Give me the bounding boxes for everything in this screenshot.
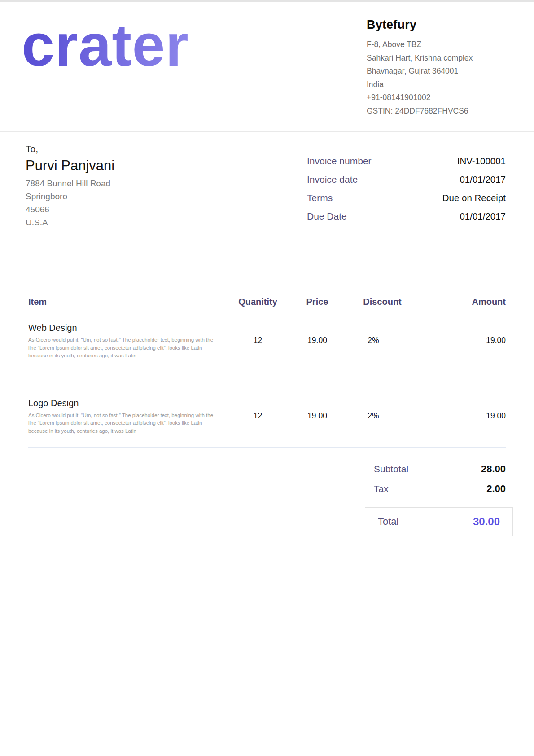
column-header-amount: Amount: [420, 297, 506, 307]
column-header-discount: Discount: [344, 297, 420, 307]
company-address-line: Bhavnagar, Gujrat 364001: [367, 65, 506, 78]
items-table: Item Quanitity Price Discount Amount Web…: [28, 297, 506, 435]
due-date-value: 01/01/2017: [460, 211, 506, 222]
totals-section: Subtotal 28.00 Tax 2.00 Total 30.00: [0, 463, 534, 536]
item-amount: 19.00: [420, 360, 506, 435]
company-gstin: GSTIN: 24DDF7682FHVCS6: [367, 105, 506, 118]
customer-address-line: Springboro: [26, 190, 114, 203]
invoice-header: crater Bytefury F-8, Above TBZ Sahkari H…: [0, 2, 534, 132]
to-label: To,: [26, 142, 114, 156]
item-discount: 2%: [344, 307, 420, 360]
company-address-line: Sahkari Hart, Krishna complex: [367, 52, 506, 65]
customer-address-line: 45066: [26, 203, 114, 216]
item-price: 19.00: [290, 307, 344, 360]
tax-label: Tax: [374, 483, 389, 494]
bill-to-block: To, Purvi Panjvani 7884 Bunnel Hill Road…: [26, 142, 114, 229]
items-section: Item Quanitity Price Discount Amount Web…: [0, 297, 534, 448]
invoice-meta: Invoice number INV-100001 Invoice date 0…: [307, 156, 506, 229]
subtotal-label: Subtotal: [374, 464, 408, 475]
item-name: Logo Design: [28, 397, 225, 409]
customer-address-line: U.S.A: [26, 216, 114, 229]
terms-label: Terms: [307, 193, 333, 203]
subtotal-row: Subtotal 28.00: [374, 463, 506, 475]
item-quantity: 12: [225, 307, 290, 360]
item-quantity: 12: [225, 360, 290, 435]
item-row: Logo Design As Cicero would put it, “Um,…: [28, 360, 506, 435]
customer-address-line: 7884 Bunnel Hill Road: [26, 177, 114, 190]
total-box: Total 30.00: [365, 507, 513, 536]
billing-section: To, Purvi Panjvani 7884 Bunnel Hill Road…: [0, 142, 534, 229]
company-info: Bytefury F-8, Above TBZ Sahkari Hart, Kr…: [367, 18, 506, 118]
company-name: Bytefury: [367, 18, 506, 32]
tax-value: 2.00: [486, 483, 506, 495]
item-description: As Cicero would put it, “Um, not so fast…: [28, 336, 220, 360]
totals-rows: Subtotal 28.00 Tax 2.00: [374, 463, 506, 495]
terms-value: Due on Receipt: [442, 193, 506, 203]
table-divider: [28, 447, 506, 448]
invoice-page: crater Bytefury F-8, Above TBZ Sahkari H…: [0, 0, 534, 756]
items-header-row: Item Quanitity Price Discount Amount: [28, 297, 506, 307]
item-amount: 19.00: [420, 307, 506, 360]
subtotal-value: 28.00: [481, 463, 506, 475]
invoice-number-value: INV-100001: [457, 156, 506, 167]
crater-logo: crater: [22, 8, 189, 82]
company-phone: +91-08141901002: [367, 91, 506, 105]
customer-name: Purvi Panjvani: [26, 156, 114, 176]
total-label: Total: [378, 516, 398, 527]
meta-row-invoice-number: Invoice number INV-100001: [307, 156, 506, 167]
due-date-label: Due Date: [307, 211, 347, 222]
item-cell: Web Design As Cicero would put it, “Um, …: [28, 307, 225, 360]
column-header-price: Price: [290, 297, 344, 307]
invoice-number-label: Invoice number: [307, 156, 372, 167]
invoice-date-value: 01/01/2017: [460, 174, 506, 185]
total-value: 30.00: [473, 515, 500, 528]
column-header-quantity: Quanitity: [225, 297, 290, 307]
meta-row-terms: Terms Due on Receipt: [307, 193, 506, 203]
tax-row: Tax 2.00: [374, 483, 506, 495]
column-header-item: Item: [28, 297, 225, 307]
item-cell: Logo Design As Cicero would put it, “Um,…: [28, 360, 225, 435]
item-row: Web Design As Cicero would put it, “Um, …: [28, 307, 506, 360]
company-address-line: F-8, Above TBZ: [367, 38, 506, 52]
meta-row-due-date: Due Date 01/01/2017: [307, 211, 506, 222]
item-price: 19.00: [290, 360, 344, 435]
invoice-date-label: Invoice date: [307, 174, 358, 185]
item-description: As Cicero would put it, “Um, not so fast…: [28, 412, 220, 435]
meta-row-invoice-date: Invoice date 01/01/2017: [307, 174, 506, 185]
company-address-line: India: [367, 78, 506, 92]
item-discount: 2%: [344, 360, 420, 435]
item-name: Web Design: [28, 321, 225, 334]
